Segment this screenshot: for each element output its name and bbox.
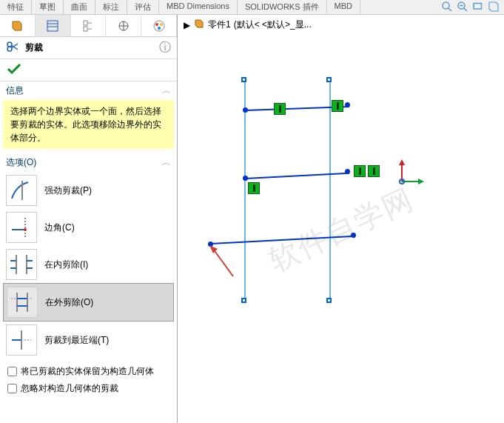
endpoint-icon <box>326 77 332 82</box>
info-message: 选择两个边界实体或一个面，然后选择要剪裁的实体。此选项移除边界外的实体部分。 <box>3 100 174 149</box>
top-tab-bar: 特征 草图 曲面 标注 评估 MBD Dimensions SOLIDWORKS… <box>0 0 504 15</box>
svg-rect-9 <box>84 21 87 25</box>
svg-marker-46 <box>399 159 405 165</box>
part-name: 零件1 <box>208 19 231 31</box>
option-trim-nearest[interactable]: 剪裁到最近端(T) <box>3 322 174 359</box>
svg-marker-48 <box>418 179 424 184</box>
endpoint-icon <box>326 298 332 303</box>
endpoint-icon <box>345 169 350 174</box>
svg-point-18 <box>160 23 163 26</box>
watermark: 软件自学网 <box>262 178 420 281</box>
tab-eval[interactable]: 评估 <box>127 0 159 14</box>
sketch-boundary-line[interactable] <box>244 80 246 302</box>
tab-feature[interactable]: 特征 <box>0 0 32 14</box>
endpoint-icon <box>241 298 246 303</box>
svg-point-27 <box>24 228 27 231</box>
option-power-trim[interactable]: 强劲剪裁(P) <box>3 172 174 209</box>
panel-title: 剪裁 <box>25 41 43 54</box>
svg-line-1 <box>448 8 452 12</box>
arrow-annotation-icon <box>207 243 237 282</box>
svg-rect-5 <box>474 4 482 10</box>
info-header[interactable]: 信息 ︿ <box>0 81 177 100</box>
checkbox[interactable] <box>7 367 17 376</box>
trim-inside-icon <box>6 249 37 280</box>
relation-icon[interactable] <box>248 182 260 194</box>
sidetab-config[interactable] <box>71 15 107 36</box>
option-label: 剪裁到最近端(T) <box>44 334 109 347</box>
tab-sketch[interactable]: 草图 <box>32 0 64 14</box>
view-prev-icon[interactable] <box>471 0 485 16</box>
endpoint-icon <box>243 176 248 181</box>
options-header-label: 选项(O) <box>6 156 36 169</box>
sketch-boundary-line[interactable] <box>329 80 331 302</box>
relation-icon[interactable] <box>354 165 366 177</box>
power-trim-icon <box>6 175 37 206</box>
corner-icon <box>6 212 37 243</box>
endpoint-icon <box>345 102 350 107</box>
option-label: 强劲剪裁(P) <box>44 184 92 197</box>
check-keep-construction[interactable]: 将已剪裁的实体保留为构造几何体 <box>7 363 169 380</box>
section-view-icon[interactable] <box>487 0 500 16</box>
sketch-line[interactable] <box>246 173 349 179</box>
property-manager: 剪裁 ⓘ 信息 ︿ 选择两个边界实体或一个面，然后选择要剪裁的实体。此选项移除边… <box>0 15 178 423</box>
ok-button[interactable] <box>6 67 22 78</box>
help-icon[interactable]: ⓘ <box>159 40 171 56</box>
options-header[interactable]: 选项(O) ︿ <box>0 153 177 172</box>
trim-outside-icon <box>7 287 38 318</box>
svg-rect-6 <box>47 21 58 31</box>
chevron-up-icon: ︿ <box>162 156 171 169</box>
checkbox[interactable] <box>7 384 17 393</box>
option-trim-outside[interactable]: 在外剪除(O) <box>3 283 174 322</box>
trim-nearest-icon <box>6 324 37 356</box>
endpoint-icon <box>351 233 356 238</box>
relation-icon[interactable] <box>368 165 380 177</box>
view-toolbar <box>440 0 500 16</box>
svg-line-43 <box>213 249 233 276</box>
option-trim-inside[interactable]: 在内剪除(I) <box>3 246 174 283</box>
svg-rect-10 <box>84 27 87 31</box>
sidebar-tabs <box>0 15 177 37</box>
svg-point-17 <box>155 23 158 26</box>
tab-mbd[interactable]: MBD <box>327 0 360 14</box>
config-name: (默认< <默认>_显... <box>234 19 312 31</box>
option-label: 在内剪除(I) <box>44 259 88 271</box>
sidetab-feature[interactable] <box>0 15 36 36</box>
option-corner[interactable]: 边角(C) <box>3 209 174 246</box>
part-icon <box>193 18 205 32</box>
tab-annot[interactable]: 标注 <box>95 0 127 14</box>
relation-icon[interactable] <box>332 100 343 112</box>
origin-axis-icon <box>396 158 426 190</box>
option-label: 边角(C) <box>44 222 75 234</box>
sidetab-dim[interactable] <box>106 15 141 36</box>
tab-mbd-dim[interactable]: MBD Dimensions <box>159 0 238 14</box>
endpoint-icon <box>241 77 246 82</box>
zoom-fit-icon[interactable] <box>440 0 454 16</box>
tab-surface[interactable]: 曲面 <box>64 0 95 14</box>
info-header-label: 信息 <box>6 84 24 97</box>
chevron-up-icon: ︿ <box>162 84 171 97</box>
svg-point-21 <box>7 47 12 51</box>
sidetab-appearance[interactable] <box>141 15 177 36</box>
endpoint-icon <box>243 107 248 113</box>
triangle-expand-icon[interactable]: ▶ <box>184 20 190 30</box>
svg-point-19 <box>158 27 161 30</box>
check-ignore-construction[interactable]: 忽略对构造几何体的剪裁 <box>7 380 169 397</box>
check-label: 忽略对构造几何体的剪裁 <box>21 382 118 395</box>
check-label: 将已剪裁的实体保留为构造几何体 <box>21 365 154 378</box>
breadcrumb[interactable]: ▶ 零件1 (默认< <默认>_显... <box>178 15 504 35</box>
sidetab-property[interactable] <box>36 15 71 36</box>
trim-tool-icon <box>6 41 21 55</box>
option-label: 在外剪除(O) <box>45 296 93 309</box>
tab-sw-addin[interactable]: SOLIDWORKS 插件 <box>238 0 327 14</box>
graphics-area[interactable]: ▶ 零件1 (默认< <默认>_显... 软件自学网 <box>178 15 504 423</box>
viewport[interactable]: 软件自学网 <box>178 36 504 423</box>
zoom-area-icon[interactable] <box>456 0 469 16</box>
svg-line-3 <box>464 8 468 12</box>
svg-point-20 <box>7 42 12 47</box>
relation-icon[interactable] <box>274 103 286 115</box>
